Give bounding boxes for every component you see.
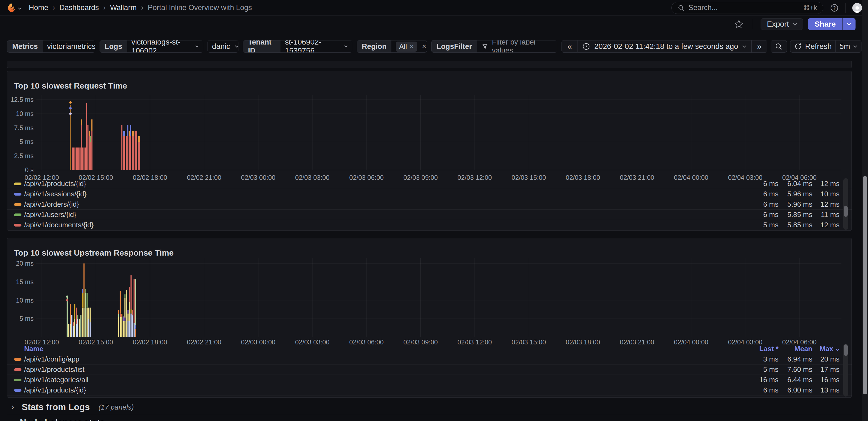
legend-row[interactable]: /api/v1/products/list5 ms7.60 ms17 ms <box>7 365 852 375</box>
time-shift-back-button[interactable]: « <box>561 40 578 53</box>
variable-metrics: Metrics victoriametrics <box>7 40 95 53</box>
variable-tenant-value[interactable]: st-106902-1539756 <box>280 40 352 52</box>
time-shift-forward-button[interactable]: » <box>752 40 767 53</box>
variable-extra: danic <box>208 40 239 53</box>
chevron-down-icon <box>235 45 239 48</box>
series-mean-value: 5.85 ms <box>787 210 813 219</box>
series-mean-value: 6.04 ms <box>787 179 813 188</box>
series-color-swatch <box>14 368 22 371</box>
logs-filter-placeholder: Filter by label values <box>492 40 552 53</box>
variable-metrics-label: Metrics <box>7 40 43 52</box>
legend-header-max[interactable]: Max <box>819 345 839 353</box>
series-max-value: 17 ms <box>820 365 839 374</box>
series-max-value: 13 ms <box>820 386 839 394</box>
chevron-down-icon <box>847 23 851 26</box>
share-button-group: Share <box>808 18 856 30</box>
timeseries-chart[interactable]: 0 s2.5 ms5 ms7.5 ms10 ms12.5 ms02/02 12:… <box>7 87 852 183</box>
panel-fragment-above <box>7 61 852 68</box>
export-label: Export <box>767 20 789 29</box>
variable-tenant-label: Tenant ID <box>243 40 280 52</box>
legend-table: NameLast *MeanMax/api/v1/config/app3 ms6… <box>7 344 852 395</box>
legend-row[interactable]: /api/v1/config/app3 ms6.94 ms20 ms <box>7 354 852 365</box>
series-last-value: 6 ms <box>763 179 778 188</box>
series-max-value: 12 ms <box>820 200 839 208</box>
legend-row[interactable]: /api/v1/documents/{id}5 ms5.85 ms12 ms <box>7 220 852 230</box>
export-button[interactable]: Export <box>761 19 803 30</box>
legend-scrollbar[interactable] <box>843 344 848 397</box>
user-avatar[interactable] <box>852 3 862 13</box>
chevron-down-icon <box>344 45 348 48</box>
clear-region-icon[interactable]: × <box>422 42 426 51</box>
grafana-logo[interactable] <box>6 3 16 13</box>
svg-text:2.5 ms: 2.5 ms <box>14 152 34 160</box>
share-button[interactable]: Share <box>808 18 842 30</box>
remove-region-value-icon[interactable]: × <box>410 43 414 51</box>
variable-metrics-value[interactable]: victoriametrics <box>43 40 95 52</box>
legend-row[interactable]: /api/v1/users/{id}6 ms5.85 ms11 ms <box>7 210 852 220</box>
series-name: /api/v1/sessions/{id} <box>24 190 87 198</box>
variable-logs-value[interactable]: victorialogs-st-106902 <box>127 40 203 52</box>
variable-region: Region All × × <box>357 40 427 53</box>
funnel-icon <box>482 43 488 50</box>
series-name: /api/v1/users/{id} <box>24 210 76 219</box>
legend-header-name[interactable]: Name <box>24 345 43 353</box>
legend-row[interactable]: /api/v1/categories/all16 ms6.44 ms16 ms <box>7 375 852 385</box>
page-scrollbar[interactable] <box>862 0 868 421</box>
variable-extra-selected: danic <box>212 42 230 51</box>
refresh-interval-value: 5m <box>839 42 850 51</box>
legend-table: /api/v1/products/{id}6 ms6.04 ms12 ms/ap… <box>7 179 852 230</box>
logs-filter-input[interactable]: Filter by label values <box>477 40 557 52</box>
series-color-swatch <box>14 214 22 216</box>
legend-scrollbar[interactable] <box>843 178 848 230</box>
chevron-right-icon: › <box>11 402 14 411</box>
breadcrumb-folder[interactable]: Wallarm <box>110 3 137 12</box>
series-name: /api/v1/categories/all <box>24 376 88 384</box>
panel-title[interactable]: Top 10 slowest Upstream Response Time <box>14 248 174 257</box>
chevron-down-icon <box>742 45 746 48</box>
top-nav: Home › Dashboards › Wallarm › Portal Inl… <box>0 0 868 16</box>
zoom-out-icon <box>775 43 783 51</box>
chevron-down-icon <box>793 23 797 26</box>
series-last-value: 5 ms <box>763 365 778 374</box>
series-last-value: 6 ms <box>763 386 778 394</box>
variable-region-label: Region <box>357 40 392 52</box>
legend-header-last[interactable]: Last * <box>759 345 778 353</box>
variable-extra-value[interactable]: danic <box>208 40 239 52</box>
legend-header-mean[interactable]: Mean <box>795 345 812 353</box>
share-menu-button[interactable] <box>842 18 856 30</box>
chevron-down-icon <box>195 45 198 48</box>
series-color-swatch <box>14 193 22 196</box>
region-selected-value: All <box>399 43 407 51</box>
zoom-out-time-button[interactable] <box>771 40 787 53</box>
search-shortcut: ⌘+k <box>803 4 817 12</box>
page-scrollbar-thumb[interactable] <box>863 176 867 394</box>
breadcrumb-home[interactable]: Home <box>29 3 48 12</box>
series-mean-value: 5.96 ms <box>787 200 813 208</box>
series-last-value: 3 ms <box>763 355 778 363</box>
user-icon <box>853 5 861 13</box>
legend-scrollbar-thumb[interactable] <box>844 206 848 217</box>
collapsed-row-stats-from-logs[interactable]: › Stats from Logs (17 panels) <box>7 401 852 413</box>
star-dashboard-button[interactable] <box>733 19 745 29</box>
next-row-title-clipped[interactable]: Node balancer stats <box>20 418 105 421</box>
series-last-value: 16 ms <box>759 376 778 384</box>
refresh-button[interactable]: Refresh <box>790 40 836 53</box>
svg-text:10 ms: 10 ms <box>16 110 34 117</box>
series-name: /api/v1/documents/{id} <box>24 221 94 229</box>
breadcrumb-dashboards[interactable]: Dashboards <box>59 3 99 12</box>
org-switcher-caret-icon[interactable] <box>18 6 22 11</box>
legend-row[interactable]: /api/v1/orders/{id}6 ms5.96 ms12 ms <box>7 199 852 210</box>
help-button[interactable]: ? <box>830 4 838 12</box>
series-name: /api/v1/products/{id} <box>24 386 86 394</box>
search-input[interactable]: Search... ⌘+k <box>671 2 823 14</box>
refresh-interval-picker[interactable]: 5m <box>836 40 862 53</box>
legend-scrollbar-thumb[interactable] <box>844 344 848 356</box>
legend-row[interactable]: /api/v1/products/{id}6 ms6.00 ms13 ms <box>7 385 852 395</box>
legend-row[interactable]: /api/v1/products/{id}6 ms6.04 ms12 ms <box>7 179 852 189</box>
logs-filter-label: LogsFilter <box>432 40 477 52</box>
variable-region-value[interactable]: All × × <box>392 40 427 52</box>
timeseries-chart[interactable]: 5 ms10 ms15 ms20 ms02/02 12:0002/02 15:0… <box>7 257 852 352</box>
legend-row[interactable]: /api/v1/sessions/{id}6 ms5.96 ms10 ms <box>7 189 852 199</box>
region-selected-pill[interactable]: All × <box>396 41 417 52</box>
time-range-picker[interactable]: 2026-02-02 11:42:18 to a few seconds ago <box>578 40 752 53</box>
